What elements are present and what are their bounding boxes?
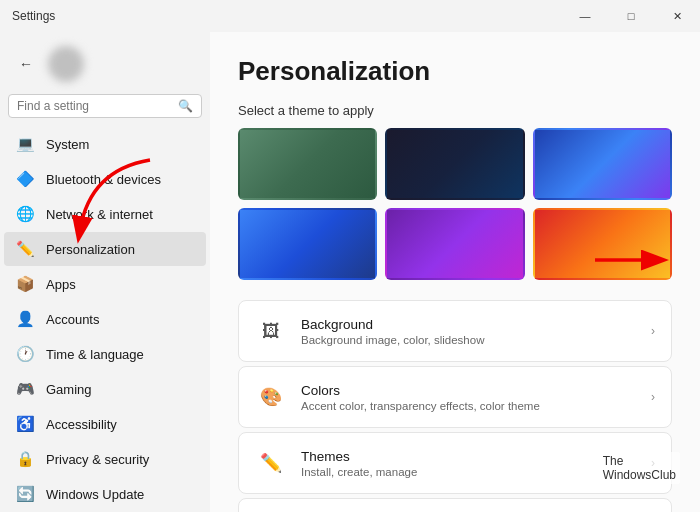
themes-chevron: › — [651, 456, 655, 470]
sidebar-item-apps[interactable]: 📦 Apps — [4, 267, 206, 301]
sidebar-item-gaming[interactable]: 🎮 Gaming — [4, 372, 206, 406]
apps-icon: 📦 — [16, 275, 34, 293]
titlebar: Settings — □ ✕ — [0, 0, 700, 32]
sidebar-item-time[interactable]: 🕐 Time & language — [4, 337, 206, 371]
sidebar-item-label: Windows Update — [46, 487, 144, 502]
accessibility-icon: ♿ — [16, 415, 34, 433]
sidebar-item-bluetooth[interactable]: 🔷 Bluetooth & devices — [4, 162, 206, 196]
theme-grid — [238, 128, 672, 280]
themes-text: Themes Install, create, manage — [301, 449, 637, 478]
theme-section-label: Select a theme to apply — [238, 103, 672, 118]
background-subtitle: Background image, color, slideshow — [301, 334, 637, 346]
personalization-icon: ✏️ — [16, 240, 34, 258]
theme-t4[interactable] — [238, 208, 377, 280]
sidebar-item-label: Privacy & security — [46, 452, 149, 467]
back-button[interactable]: ← — [12, 50, 40, 78]
colors-subtitle: Accent color, transparency effects, colo… — [301, 400, 637, 412]
window-controls: — □ ✕ — [562, 0, 700, 32]
colors-text: Colors Accent color, transparency effect… — [301, 383, 637, 412]
privacy-icon: 🔒 — [16, 450, 34, 468]
colors-title: Colors — [301, 383, 637, 398]
sidebar-item-label: Personalization — [46, 242, 135, 257]
main-content: Personalization Select a theme to apply … — [210, 32, 700, 512]
accounts-icon: 👤 — [16, 310, 34, 328]
settings-list: 🖼 Background Background image, color, sl… — [238, 300, 672, 512]
sidebar-item-label: System — [46, 137, 89, 152]
sidebar-item-label: Bluetooth & devices — [46, 172, 161, 187]
settings-row-colors[interactable]: 🎨 Colors Accent color, transparency effe… — [238, 366, 672, 428]
bluetooth-icon: 🔷 — [16, 170, 34, 188]
close-button[interactable]: ✕ — [654, 0, 700, 32]
sidebar-item-update[interactable]: 🔄 Windows Update — [4, 477, 206, 511]
sidebar-item-label: Time & language — [46, 347, 144, 362]
sidebar: ← 🔍 💻 System 🔷 Bluetooth & devices 🌐 Net… — [0, 32, 210, 512]
app-content: ← 🔍 💻 System 🔷 Bluetooth & devices 🌐 Net… — [0, 32, 700, 512]
sidebar-item-accessibility[interactable]: ♿ Accessibility — [4, 407, 206, 441]
sidebar-item-privacy[interactable]: 🔒 Privacy & security — [4, 442, 206, 476]
sidebar-item-network[interactable]: 🌐 Network & internet — [4, 197, 206, 231]
background-title: Background — [301, 317, 637, 332]
avatar — [48, 46, 84, 82]
sidebar-item-label: Apps — [46, 277, 76, 292]
window-title: Settings — [12, 9, 55, 23]
minimize-button[interactable]: — — [562, 0, 608, 32]
theme-t2[interactable] — [385, 128, 524, 200]
gaming-icon: 🎮 — [16, 380, 34, 398]
search-box[interactable]: 🔍 — [8, 94, 202, 118]
time-icon: 🕐 — [16, 345, 34, 363]
sidebar-nav: 💻 System 🔷 Bluetooth & devices 🌐 Network… — [0, 126, 210, 512]
network-icon: 🌐 — [16, 205, 34, 223]
sidebar-item-system[interactable]: 💻 System — [4, 127, 206, 161]
theme-t5[interactable] — [385, 208, 524, 280]
search-input[interactable] — [17, 99, 172, 113]
sidebar-item-personalization[interactable]: ✏️ Personalization — [4, 232, 206, 266]
sidebar-item-label: Gaming — [46, 382, 92, 397]
theme-t3[interactable] — [533, 128, 672, 200]
settings-row-themes[interactable]: ✏️ Themes Install, create, manage › — [238, 432, 672, 494]
page-title: Personalization — [238, 56, 672, 87]
sidebar-item-label: Network & internet — [46, 207, 153, 222]
theme-t6[interactable] — [533, 208, 672, 280]
update-icon: 🔄 — [16, 485, 34, 503]
colors-icon: 🎨 — [255, 381, 287, 413]
sidebar-item-label: Accounts — [46, 312, 99, 327]
themes-icon: ✏️ — [255, 447, 287, 479]
maximize-button[interactable]: □ — [608, 0, 654, 32]
sidebar-item-label: Accessibility — [46, 417, 117, 432]
colors-chevron: › — [651, 390, 655, 404]
settings-row-lockscreen[interactable]: 🖥 Lock screen Lock screen images, apps, … — [238, 498, 672, 512]
sidebar-item-accounts[interactable]: 👤 Accounts — [4, 302, 206, 336]
background-chevron: › — [651, 324, 655, 338]
background-icon: 🖼 — [255, 315, 287, 347]
settings-row-background[interactable]: 🖼 Background Background image, color, sl… — [238, 300, 672, 362]
system-icon: 💻 — [16, 135, 34, 153]
sidebar-header: ← — [0, 40, 210, 94]
background-text: Background Background image, color, slid… — [301, 317, 637, 346]
themes-subtitle: Install, create, manage — [301, 466, 637, 478]
themes-title: Themes — [301, 449, 637, 464]
search-icon: 🔍 — [178, 99, 193, 113]
theme-t1[interactable] — [238, 128, 377, 200]
